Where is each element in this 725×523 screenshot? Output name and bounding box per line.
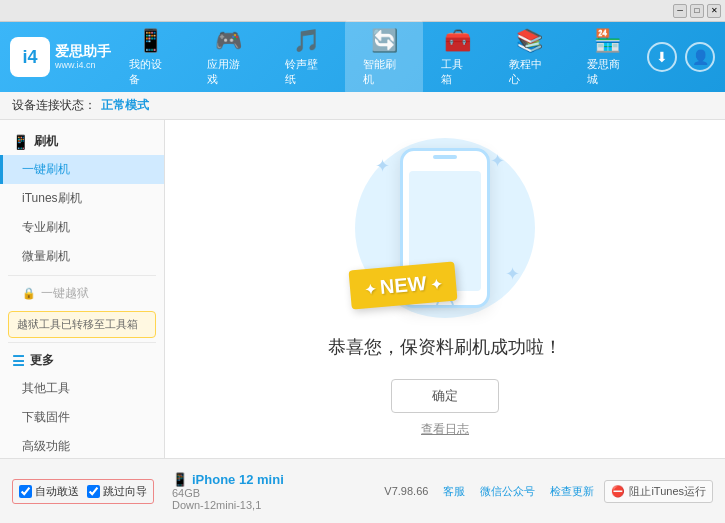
skip-wizard-checkbox-item[interactable]: 跳过向导 [87, 484, 147, 499]
ringtones-label: 铃声壁纸 [285, 57, 327, 87]
warning-box: 越狱工具已转移至工具箱 [8, 311, 156, 338]
warning-text: 越狱工具已转移至工具箱 [17, 318, 138, 330]
window-controls[interactable]: ─ □ ✕ [673, 4, 721, 18]
nav-ringtones[interactable]: 🎵 铃声壁纸 [267, 20, 345, 95]
status-value: 正常模式 [101, 97, 149, 114]
nav-my-device[interactable]: 📱 我的设备 [111, 20, 189, 95]
device-storage: 64GB [172, 487, 374, 499]
checkbox-group: 自动敢送 跳过向导 [12, 479, 154, 504]
nav-items: 📱 我的设备 🎮 应用游戏 🎵 铃声壁纸 🔄 智能刷机 🧰 工具箱 📚 [111, 20, 647, 95]
device-info: 📱 iPhone 12 mini 64GB Down-12mini-13,1 [164, 472, 374, 511]
brand-name: 爱思助手 [55, 42, 111, 60]
main-panel: ✦ ✦ ✦ NEW 恭喜您，保资料刷机成功啦！ 确定 查看日志 [165, 120, 725, 458]
check-update-link[interactable]: 检查更新 [550, 484, 594, 499]
more-section-icon: ☰ [12, 353, 25, 369]
skip-wizard-label: 跳过向导 [103, 484, 147, 499]
mall-label: 爱思商城 [587, 57, 629, 87]
status-label: 设备连接状态： [12, 97, 96, 114]
sidebar-more-header: ☰ 更多 [0, 347, 164, 374]
nav-app-games[interactable]: 🎮 应用游戏 [189, 20, 267, 95]
header: i4 爱思助手 www.i4.cn 📱 我的设备 🎮 应用游戏 🎵 铃声壁纸 🔄… [0, 22, 725, 92]
nav-mall[interactable]: 🏪 爱思商城 [569, 20, 647, 95]
phone-speaker [433, 155, 457, 159]
flash-section-label: 刷机 [34, 133, 58, 150]
nav-tutorials[interactable]: 📚 教程中心 [491, 20, 569, 95]
nav-toolbox[interactable]: 🧰 工具箱 [423, 20, 491, 95]
success-illustration: ✦ ✦ ✦ NEW [345, 140, 545, 315]
download-button[interactable]: ⬇ [647, 42, 677, 72]
content-area: 📱 刷机 一键刷机 iTunes刷机 专业刷机 微量刷机 🔒 一键越狱 越狱工具 [0, 120, 725, 458]
my-device-label: 我的设备 [129, 57, 171, 87]
sidebar-separator-1 [8, 275, 156, 276]
smart-flash-icon: 🔄 [371, 28, 398, 54]
device-icon: 📱 [172, 472, 188, 487]
mall-icon: 🏪 [594, 28, 621, 54]
device-firmware: Down-12mini-13,1 [172, 499, 374, 511]
stop-itunes-button[interactable]: ⛔ 阻止iTunes运行 [604, 480, 713, 503]
app-container: i4 爱思助手 www.i4.cn 📱 我的设备 🎮 应用游戏 🎵 铃声壁纸 🔄… [0, 22, 725, 523]
lock-icon: 🔒 [22, 287, 36, 300]
success-message: 恭喜您，保资料刷机成功啦！ [328, 335, 562, 359]
sidebar-advanced[interactable]: 高级功能 [0, 432, 164, 458]
tutorials-label: 教程中心 [509, 57, 551, 87]
header-actions: ⬇ 👤 [647, 42, 715, 72]
status-bar: 设备连接状态： 正常模式 [0, 92, 725, 120]
wechat-link[interactable]: 微信公众号 [480, 484, 535, 499]
user-button[interactable]: 👤 [685, 42, 715, 72]
star-3: ✦ [505, 263, 520, 285]
sidebar: 📱 刷机 一键刷机 iTunes刷机 专业刷机 微量刷机 🔒 一键越狱 越狱工具 [0, 120, 165, 458]
logo-area: i4 爱思助手 www.i4.cn [10, 37, 111, 77]
app-games-icon: 🎮 [215, 28, 242, 54]
customer-service-link[interactable]: 客服 [443, 484, 465, 499]
bottom-bar: 自动敢送 跳过向导 📱 iPhone 12 mini 64GB Down-12m… [0, 458, 725, 523]
my-device-icon: 📱 [137, 28, 164, 54]
tutorials-icon: 📚 [516, 28, 543, 54]
auto-complete-label: 自动敢送 [35, 484, 79, 499]
locked-label: 一键越狱 [41, 285, 89, 302]
star-1: ✦ [375, 155, 390, 177]
brand-sub: www.i4.cn [55, 60, 111, 72]
flash-section-icon: 📱 [12, 134, 29, 150]
confirm-button[interactable]: 确定 [391, 379, 499, 413]
stop-itunes-icon: ⛔ [611, 485, 625, 498]
app-games-label: 应用游戏 [207, 57, 249, 87]
star-2: ✦ [490, 150, 505, 172]
logo-text: 爱思助手 www.i4.cn [55, 42, 111, 72]
version-label: V7.98.66 [384, 485, 428, 497]
sidebar-save-flash[interactable]: 微量刷机 [0, 242, 164, 271]
sidebar-itunes-flash[interactable]: iTunes刷机 [0, 184, 164, 213]
sidebar-download-firmware[interactable]: 下载固件 [0, 403, 164, 432]
skip-wizard-checkbox[interactable] [87, 485, 100, 498]
guide-link[interactable]: 查看日志 [421, 421, 469, 438]
logo-icon: i4 [10, 37, 50, 77]
ringtones-icon: 🎵 [293, 28, 320, 54]
sidebar-other-tools[interactable]: 其他工具 [0, 374, 164, 403]
toolbox-label: 工具箱 [441, 57, 473, 87]
sidebar-separator-2 [8, 342, 156, 343]
toolbox-icon: 🧰 [444, 28, 471, 54]
sidebar-flash-header: 📱 刷机 [0, 128, 164, 155]
sidebar-locked-section: 🔒 一键越狱 [0, 280, 164, 307]
bottom-right: V7.98.66 客服 微信公众号 检查更新 [384, 484, 594, 499]
sidebar-pro-flash[interactable]: 专业刷机 [0, 213, 164, 242]
device-name: 📱 iPhone 12 mini [172, 472, 374, 487]
nav-smart-flash[interactable]: 🔄 智能刷机 [345, 20, 423, 95]
sidebar-one-click[interactable]: 一键刷机 [0, 155, 164, 184]
restore-button[interactable]: □ [690, 4, 704, 18]
auto-complete-checkbox-item[interactable]: 自动敢送 [19, 484, 79, 499]
auto-complete-checkbox[interactable] [19, 485, 32, 498]
minimize-button[interactable]: ─ [673, 4, 687, 18]
stop-itunes-label: 阻止iTunes运行 [629, 484, 706, 499]
smart-flash-label: 智能刷机 [363, 57, 405, 87]
more-section-label: 更多 [30, 352, 54, 369]
close-button[interactable]: ✕ [707, 4, 721, 18]
